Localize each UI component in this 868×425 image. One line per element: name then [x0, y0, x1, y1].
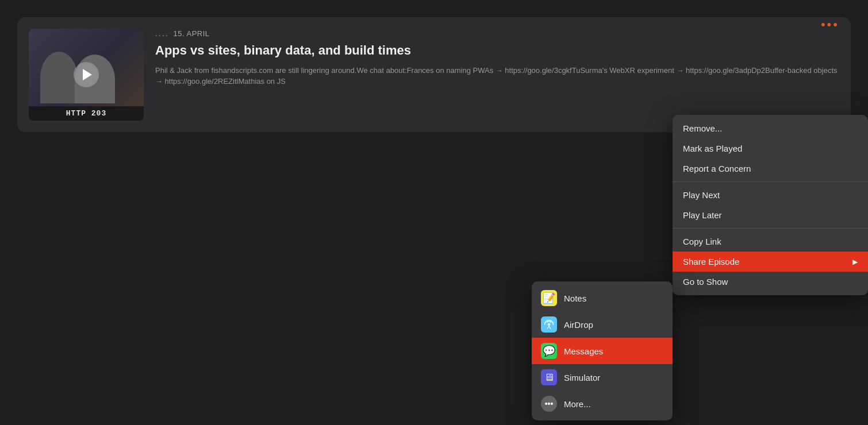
menu-item-go-to-show[interactable]: Go to Show: [673, 272, 868, 292]
share-item-notes-label: Notes: [564, 293, 586, 303]
menu-item-play-later[interactable]: Play Later: [673, 205, 868, 225]
share-item-airdrop-label: AirDrop: [564, 320, 593, 330]
submenu-arrow-icon: ▶: [852, 258, 858, 266]
menu-item-report-label: Report a Concern: [683, 164, 858, 173]
more-icon: •••: [541, 396, 557, 412]
menu-item-play-next[interactable]: Play Next: [673, 185, 868, 205]
svg-point-0: [548, 323, 551, 326]
play-icon: [83, 69, 92, 80]
context-menu: Remove... Mark as Played Report a Concer…: [673, 115, 868, 295]
episode-info: .... 15. APRIL Apps vs sites, binary dat…: [155, 29, 839, 87]
episode-description: Phil & Jack from fishandscripts.com are …: [155, 65, 839, 87]
airdrop-icon: [541, 316, 557, 333]
notes-icon: 📝: [541, 290, 557, 306]
menu-item-copy-link-label: Copy Link: [683, 237, 858, 246]
messages-icon: 💬: [541, 343, 557, 359]
share-item-messages-label: Messages: [564, 346, 603, 356]
menu-separator-2: [673, 228, 868, 229]
share-item-notes[interactable]: 📝 Notes: [532, 285, 673, 311]
menu-separator-1: [673, 181, 868, 182]
menu-item-remove[interactable]: Remove...: [673, 118, 868, 138]
menu-item-play-later-label: Play Later: [683, 210, 858, 220]
dots-icon: ....: [155, 29, 169, 38]
share-item-more[interactable]: ••• More...: [532, 391, 673, 417]
menu-item-mark-played[interactable]: Mark as Played: [673, 138, 868, 159]
menu-item-share-episode-label: Share Episode: [683, 257, 847, 266]
menu-item-copy-link[interactable]: Copy Link: [673, 231, 868, 252]
menu-item-report[interactable]: Report a Concern: [673, 159, 868, 179]
episode-thumbnail[interactable]: HTTP 203: [29, 29, 144, 121]
menu-item-share-episode[interactable]: Share Episode ▶: [673, 252, 868, 272]
menu-item-remove-label: Remove...: [683, 123, 858, 133]
more-options-button[interactable]: •••: [821, 17, 839, 32]
podcast-label: HTTP 203: [29, 106, 144, 121]
menu-item-go-to-show-label: Go to Show: [683, 277, 858, 287]
share-item-simulator-label: Simulator: [564, 373, 600, 382]
share-item-airdrop[interactable]: AirDrop: [532, 311, 673, 338]
episode-meta: .... 15. APRIL: [155, 29, 839, 38]
share-item-messages[interactable]: 💬 Messages: [532, 338, 673, 364]
share-item-simulator[interactable]: 🖥 Simulator: [532, 364, 673, 391]
play-button[interactable]: [74, 62, 99, 87]
share-item-more-label: More...: [564, 399, 591, 409]
episode-date: 15. APRIL: [174, 29, 210, 38]
menu-item-play-next-label: Play Next: [683, 190, 858, 200]
menu-item-mark-played-label: Mark as Played: [683, 144, 858, 153]
simulator-icon: 🖥: [541, 369, 557, 385]
episode-title: Apps vs sites, binary data, and build ti…: [155, 42, 839, 59]
share-submenu: 📝 Notes AirDrop 💬 Messages 🖥 Simulator •…: [532, 281, 673, 420]
